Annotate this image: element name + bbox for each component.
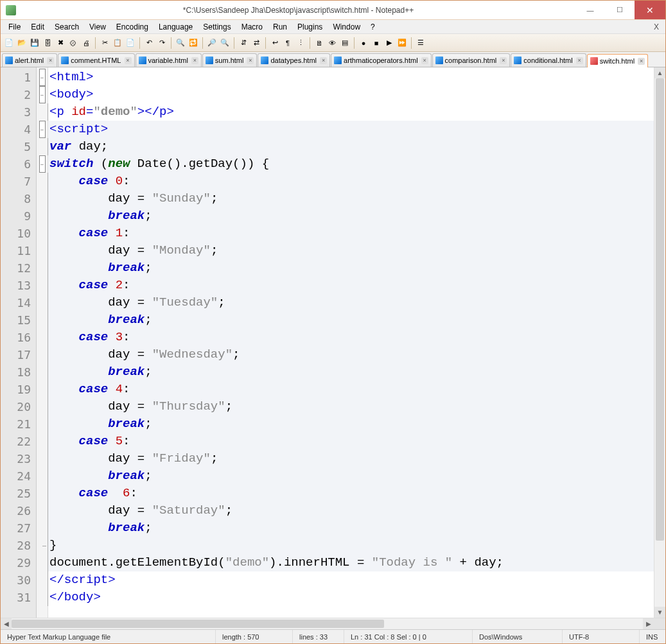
line-number[interactable]: 27 xyxy=(1,519,36,537)
close-button[interactable]: ✕ xyxy=(635,1,665,19)
doc-close-icon[interactable]: X xyxy=(654,22,659,31)
line-number[interactable]: 13 xyxy=(1,277,36,294)
line-number[interactable]: 30 xyxy=(1,571,36,589)
code-line[interactable]: case 1: xyxy=(48,225,654,242)
code-line[interactable]: case 0: xyxy=(48,173,654,190)
redo-icon[interactable]: ↷ xyxy=(156,37,168,49)
line-number[interactable]: 23 xyxy=(1,450,36,467)
code-line[interactable]: day = "Wednesday"; xyxy=(48,346,654,363)
line-number[interactable]: 22 xyxy=(1,433,36,450)
code-line[interactable]: case 4: xyxy=(48,381,654,398)
code-line[interactable]: var day; xyxy=(48,138,654,155)
line-number[interactable]: 8 xyxy=(1,190,36,207)
fold-marker[interactable] xyxy=(37,589,48,606)
code-line[interactable]: case 3: xyxy=(48,329,654,346)
code-line[interactable]: day = "Saturday"; xyxy=(48,502,654,519)
menu-settings[interactable]: Settings xyxy=(198,21,236,33)
fold-marker[interactable] xyxy=(37,433,48,450)
line-number-gutter[interactable]: 1234567891011121314151617181920212223242… xyxy=(1,67,37,618)
code-line[interactable]: case 6: xyxy=(48,485,654,502)
rec-icon[interactable]: ● xyxy=(358,37,369,49)
fold-marker[interactable] xyxy=(37,259,48,277)
code-line[interactable]: day = "Sunday"; xyxy=(48,190,654,207)
code-line[interactable]: case 5: xyxy=(48,433,654,450)
code-line[interactable]: day = "Friday"; xyxy=(48,450,654,467)
paste-icon[interactable]: 📄 xyxy=(125,37,136,49)
line-number[interactable]: 21 xyxy=(1,415,36,433)
fold-marker[interactable] xyxy=(37,485,48,502)
menu-run[interactable]: Run xyxy=(268,21,292,33)
line-number[interactable]: 14 xyxy=(1,294,36,311)
scroll-right-icon[interactable]: ▶ xyxy=(643,618,654,629)
menu-view[interactable]: View xyxy=(84,21,111,33)
fold-marker[interactable] xyxy=(37,103,48,121)
cut-icon[interactable]: ✂ xyxy=(99,37,110,49)
print-icon[interactable]: 🖨 xyxy=(80,37,92,49)
code-line[interactable]: <script> xyxy=(48,121,654,138)
fold-marker[interactable] xyxy=(37,363,48,381)
sync-v-icon[interactable]: ⇵ xyxy=(238,37,249,49)
menu-edit[interactable]: Edit xyxy=(26,21,49,33)
menu-help[interactable]: ? xyxy=(365,21,380,33)
scroll-thumb[interactable] xyxy=(656,78,664,541)
fold-marker[interactable] xyxy=(37,190,48,207)
fold-marker[interactable] xyxy=(37,502,48,519)
menu-plugins[interactable]: Plugins xyxy=(292,21,328,33)
fold-column[interactable]: −−−− xyxy=(37,67,48,618)
tab-close-icon[interactable]: × xyxy=(638,58,645,65)
code-line[interactable]: day = "Tuesday"; xyxy=(48,294,654,311)
tab-close-icon[interactable]: × xyxy=(320,57,327,64)
fold-marker[interactable] xyxy=(37,277,48,294)
tab-comparison-html[interactable]: comparison.html× xyxy=(432,53,511,67)
menu-search[interactable]: Search xyxy=(49,21,84,33)
scroll-down-icon[interactable]: ▼ xyxy=(654,607,665,618)
close-all-icon[interactable]: ⛒ xyxy=(67,37,79,49)
code-line[interactable]: <body> xyxy=(48,86,654,103)
play-icon[interactable]: ▶ xyxy=(383,37,395,49)
line-number[interactable]: 6 xyxy=(1,155,36,173)
fold-marker[interactable] xyxy=(37,415,48,433)
code-line[interactable]: switch (new Date().getDay()) { xyxy=(48,155,654,173)
hscroll-thumb[interactable] xyxy=(12,620,384,628)
lang-icon[interactable]: 🗎 xyxy=(313,37,325,49)
tab-arthmaticoperators-html[interactable]: arthmaticoperators.html× xyxy=(331,53,432,67)
fold-marker[interactable] xyxy=(37,554,48,571)
fold-marker[interactable] xyxy=(37,571,48,589)
fold-marker[interactable] xyxy=(37,173,48,190)
line-number[interactable]: 17 xyxy=(1,346,36,363)
tab-sum-html[interactable]: sum.html× xyxy=(202,53,258,67)
line-number[interactable]: 4 xyxy=(1,121,36,138)
line-number[interactable]: 10 xyxy=(1,225,36,242)
code-area[interactable]: <html><body><p id="demo"></p><script>var… xyxy=(48,67,654,618)
code-line[interactable]: day = "Monday"; xyxy=(48,242,654,259)
line-number[interactable]: 18 xyxy=(1,363,36,381)
menu-macro[interactable]: Macro xyxy=(236,21,268,33)
fold-marker[interactable] xyxy=(37,381,48,398)
menu-file[interactable]: File xyxy=(3,21,26,33)
line-number[interactable]: 16 xyxy=(1,329,36,346)
code-line[interactable]: day = "Thursday"; xyxy=(48,398,654,415)
tab-conditional-html[interactable]: conditional.html× xyxy=(511,53,586,67)
tab-comment-html[interactable]: comment.HTML× xyxy=(58,53,134,67)
line-number[interactable]: 2 xyxy=(1,86,36,103)
tab-close-icon[interactable]: × xyxy=(576,57,583,64)
tab-datatypes-html[interactable]: datatypes.html× xyxy=(258,53,330,67)
close-icon[interactable]: ✖ xyxy=(55,37,66,49)
fold-marker[interactable] xyxy=(37,537,48,554)
save-all-icon[interactable]: 🗄 xyxy=(42,37,53,49)
zoom-in-icon[interactable]: 🔎 xyxy=(206,37,218,49)
code-line[interactable]: break; xyxy=(48,467,654,485)
fold-marker[interactable] xyxy=(37,242,48,259)
line-number[interactable]: 31 xyxy=(1,589,36,606)
tab-close-icon[interactable]: × xyxy=(421,57,428,64)
code-line[interactable]: break; xyxy=(48,519,654,537)
tab-close-icon[interactable]: × xyxy=(125,57,132,64)
tab-switch-html[interactable]: switch.html× xyxy=(587,54,648,67)
code-line[interactable]: break; xyxy=(48,311,654,329)
fold-marker[interactable] xyxy=(37,519,48,537)
code-line[interactable]: </body> xyxy=(48,589,654,606)
fold-marker[interactable] xyxy=(37,225,48,242)
monitor-icon[interactable]: 👁 xyxy=(326,37,338,49)
code-line[interactable]: break; xyxy=(48,415,654,433)
macro-list-icon[interactable]: ☰ xyxy=(415,37,426,49)
